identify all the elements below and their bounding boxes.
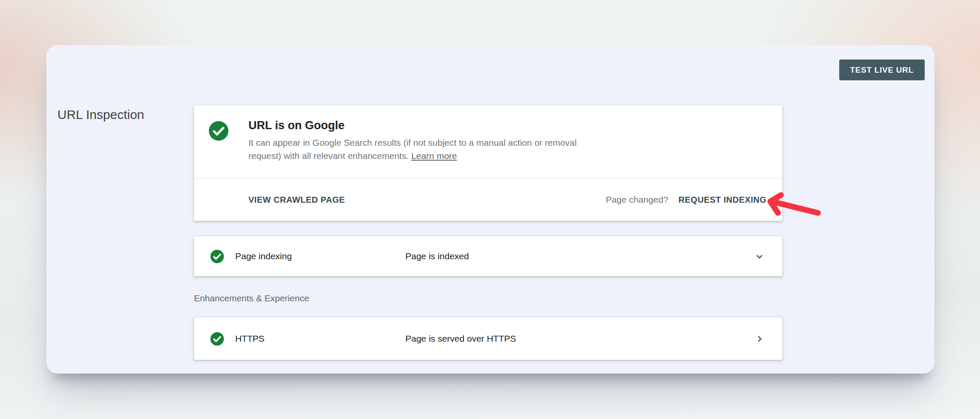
test-live-url-button[interactable]: TEST LIVE URL <box>839 59 925 80</box>
action-right-group: Page changed? REQUEST INDEXING <box>606 195 766 205</box>
check-circle-icon <box>210 332 224 346</box>
learn-more-link[interactable]: Learn more <box>411 151 457 161</box>
page-title: URL Inspection <box>57 107 144 122</box>
check-circle-icon <box>208 121 229 141</box>
verdict-card: URL is on Google It can appear in Google… <box>194 105 782 221</box>
enhancements-experience-heading: Enhancements & Experience <box>194 293 309 304</box>
chevron-right-icon[interactable] <box>754 333 765 345</box>
red-arrow-icon <box>765 192 823 216</box>
verdict-action-row: VIEW CRAWLED PAGE Page changed? REQUEST … <box>194 178 782 221</box>
verdict-status-title: URL is on Google <box>248 118 345 133</box>
https-label: HTTPS <box>235 334 265 344</box>
verdict-description-line2: request) with all relevant enhancements. <box>248 151 409 161</box>
https-status: Page is served over HTTPS <box>405 334 516 344</box>
page-indexing-label: Page indexing <box>235 251 292 261</box>
verdict-description-line1: It can appear in Google Search results (… <box>248 138 577 147</box>
url-inspection-page: { "header": { "title": "URL Inspection",… <box>0 0 980 419</box>
https-card[interactable]: HTTPS Page is served over HTTPS <box>194 317 782 360</box>
view-crawled-page-button[interactable]: VIEW CRAWLED PAGE <box>248 195 345 205</box>
request-indexing-button[interactable]: REQUEST INDEXING <box>678 195 766 205</box>
page-indexing-card[interactable]: Page indexing Page is indexed <box>194 236 782 276</box>
check-circle-icon <box>210 249 224 263</box>
chevron-down-icon[interactable] <box>754 251 765 262</box>
page-indexing-status: Page is indexed <box>405 251 469 261</box>
page-changed-label: Page changed? <box>606 195 668 205</box>
verdict-description: It can appear in Google Search results (… <box>248 136 631 162</box>
